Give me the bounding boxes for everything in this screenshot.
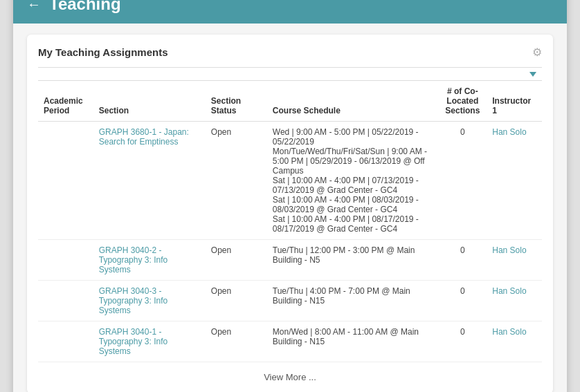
section-link[interactable]: GRAPH 3040-3 - Typography 3: Info System… bbox=[99, 286, 167, 315]
cell-section: GRAPH 3040-2 - Typography 3: Info System… bbox=[93, 240, 206, 281]
col-header-period: Academic Period bbox=[38, 81, 93, 122]
page-header: ← Teaching bbox=[13, 0, 567, 24]
instructor-link[interactable]: Han Solo bbox=[492, 127, 526, 137]
cell-schedule: Tue/Thu | 12:00 PM - 3:00 PM @ Main Buil… bbox=[267, 240, 439, 281]
cell-period bbox=[38, 240, 93, 281]
table-row: GRAPH 3040-1 - Typography 3: Info System… bbox=[38, 321, 542, 362]
filter-row bbox=[38, 68, 542, 81]
cell-period bbox=[38, 321, 93, 362]
col-header-status: Section Status bbox=[206, 81, 267, 122]
filter-icon[interactable] bbox=[529, 72, 536, 77]
instructor-link[interactable]: Han Solo bbox=[492, 327, 526, 337]
main-window: ← Teaching My Teaching Assignments ⚙ bbox=[13, 0, 567, 392]
cell-colocated: 0 bbox=[438, 122, 487, 240]
page-title: Teaching bbox=[49, 0, 121, 14]
assignments-card: My Teaching Assignments ⚙ Academic Perio… bbox=[27, 35, 553, 392]
cell-section: GRAPH 3040-1 - Typography 3: Info System… bbox=[93, 321, 206, 362]
cell-instructor: Han Solo bbox=[487, 321, 542, 362]
cell-period bbox=[38, 122, 93, 240]
cell-status: Open bbox=[206, 240, 267, 281]
col-header-section: Section bbox=[93, 81, 206, 122]
view-more-button[interactable]: View More ... bbox=[264, 372, 316, 382]
card-header: My Teaching Assignments ⚙ bbox=[38, 46, 542, 59]
table-row: GRAPH 3040-2 - Typography 3: Info System… bbox=[38, 240, 542, 281]
cell-section: GRAPH 3040-3 - Typography 3: Info System… bbox=[93, 281, 206, 321]
page-content: My Teaching Assignments ⚙ Academic Perio… bbox=[13, 24, 567, 392]
instructor-link[interactable]: Han Solo bbox=[492, 286, 526, 296]
cell-instructor: Han Solo bbox=[487, 240, 542, 281]
cell-instructor: Han Solo bbox=[487, 122, 542, 240]
cell-colocated: 0 bbox=[438, 321, 487, 362]
view-more-footer: View More ... bbox=[38, 372, 542, 382]
cell-section: GRAPH 3680-1 - Japan: Search for Emptine… bbox=[93, 122, 206, 240]
instructor-link[interactable]: Han Solo bbox=[492, 245, 526, 255]
cell-status: Open bbox=[206, 122, 267, 240]
cell-schedule: Tue/Thu | 4:00 PM - 7:00 PM @ Main Build… bbox=[267, 281, 439, 321]
section-link[interactable]: GRAPH 3040-1 - Typography 3: Info System… bbox=[99, 327, 167, 356]
back-button[interactable]: ← bbox=[27, 0, 41, 12]
cell-colocated: 0 bbox=[438, 281, 487, 321]
cell-period bbox=[38, 281, 93, 321]
table-row: GRAPH 3040-3 - Typography 3: Info System… bbox=[38, 281, 542, 321]
cell-schedule: Wed | 9:00 AM - 5:00 PM | 05/22/2019 - 0… bbox=[267, 122, 439, 240]
section-link[interactable]: GRAPH 3040-2 - Typography 3: Info System… bbox=[99, 245, 167, 274]
cell-status: Open bbox=[206, 281, 267, 321]
table-header-row: Academic Period Section Section Status C… bbox=[38, 81, 542, 122]
col-header-instructor: Instructor 1 bbox=[487, 81, 542, 122]
cell-status: Open bbox=[206, 321, 267, 362]
assignments-table: Academic Period Section Section Status C… bbox=[38, 67, 542, 362]
col-header-schedule: Course Schedule bbox=[267, 81, 439, 122]
cell-colocated: 0 bbox=[438, 240, 487, 281]
cell-schedule: Mon/Wed | 8:00 AM - 11:00 AM @ Main Buil… bbox=[267, 321, 439, 362]
col-header-colocated: # of Co-Located Sections bbox=[438, 81, 487, 122]
section-link[interactable]: GRAPH 3680-1 - Japan: Search for Emptine… bbox=[99, 127, 189, 147]
card-title: My Teaching Assignments bbox=[38, 46, 168, 58]
cell-instructor: Han Solo bbox=[487, 281, 542, 321]
table-row: GRAPH 3680-1 - Japan: Search for Emptine… bbox=[38, 122, 542, 240]
settings-icon[interactable]: ⚙ bbox=[532, 46, 542, 59]
